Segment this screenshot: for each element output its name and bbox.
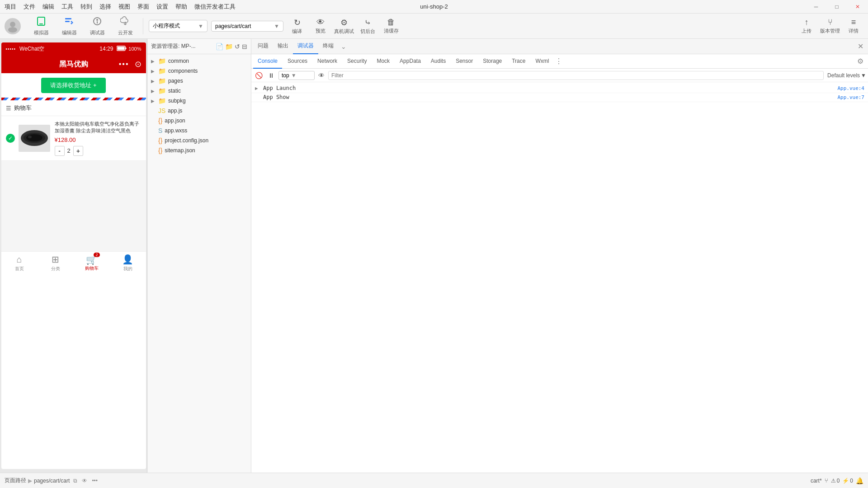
minimize-button[interactable]: ─ [806,0,826,14]
subtab-security[interactable]: Security [343,54,371,69]
collapse-icon[interactable]: ⊟ [242,43,247,50]
folder-pages[interactable]: ▶ 📁 pages [147,76,251,86]
more-status-icon[interactable]: ••• [92,478,98,484]
subtab-sources[interactable]: Sources [283,54,312,69]
folder-static[interactable]: ▶ 📁 static [147,86,251,96]
folder-arrow: ▶ [151,99,156,103]
cart-header: ☰ 购物车 [1,100,146,116]
subtab-wxml[interactable]: Wxml [531,54,553,69]
notification-icon[interactable]: 🔔 [856,477,863,484]
menu-bar: 项目 文件 编辑 工具 转到 选择 视图 界面 设置 帮助 微信开发者工具 un… [0,0,868,14]
simulator-button[interactable]: 模拟器 [29,15,53,37]
close-button[interactable]: ✕ [847,0,868,14]
menu-item-goto[interactable]: 转到 [80,3,92,11]
nav-category[interactable]: ⊞ 分类 [38,252,74,275]
subtab-sensor[interactable]: Sensor [451,54,477,69]
folder-label-pages: pages [168,78,183,84]
compile-button[interactable]: ↻ 编译 [287,15,307,37]
file-appjson[interactable]: ▶ {} app.json [147,116,251,126]
mode-selector[interactable]: 小程序模式 ▼ [149,20,208,32]
cloud-button[interactable]: 云开发 [113,15,137,37]
subtab-console[interactable]: Console [253,54,282,69]
eye-icon[interactable]: 👁 [316,72,326,79]
qty-decrease-button[interactable]: - [55,146,65,156]
menu-item-help[interactable]: 帮助 [175,3,187,11]
menu-item-file[interactable]: 文件 [24,3,35,11]
new-folder-icon[interactable]: 📁 [225,43,233,50]
menu-item-tools[interactable]: 工具 [61,3,73,11]
clear-cache-button[interactable]: 🗑 清缓存 [381,15,401,37]
path-selector[interactable]: pages/cart/cart ▼ [211,21,283,32]
maximize-button[interactable]: □ [826,0,847,14]
upload-button[interactable]: ↑ 上传 [797,15,816,37]
entry-location[interactable]: App.vue:7 [837,94,864,100]
path-dropdown-icon: ▼ [274,23,279,29]
svg-rect-13 [118,47,125,50]
subtab-network[interactable]: Network [313,54,342,69]
file-sitemap[interactable]: ▶ {} sitemap.json [147,145,251,155]
filter-input[interactable] [328,71,824,80]
menu-item-interface[interactable]: 界面 [137,3,149,11]
avatar[interactable] [5,18,21,34]
clear-console-icon[interactable]: 🚫 [253,70,264,81]
pause-on-exception-icon[interactable]: ⏸ [266,70,277,81]
folder-common[interactable]: ▶ 📁 common [147,56,251,66]
qty-increase-button[interactable]: + [73,146,83,156]
refresh-icon[interactable]: ↺ [235,43,240,50]
close-devtools-icon[interactable]: ✕ [855,42,866,51]
tab-output[interactable]: 输出 [273,39,293,54]
menu-dots-icon[interactable]: ••• [119,60,129,68]
folder-components[interactable]: ▶ 📁 components [147,66,251,76]
debugger-button[interactable]: 调试器 [85,15,109,37]
home-nav-icon: ⌂ [16,254,22,265]
expand-icon[interactable]: ⌄ [338,43,349,50]
file-appjs[interactable]: ▶ JS app.js [147,106,251,116]
subtab-storage[interactable]: Storage [478,54,506,69]
nav-cart[interactable]: 🛒 2 购物车 [74,252,110,275]
editor-button[interactable]: 编辑器 [57,15,81,37]
file-appwxss[interactable]: ▶ S app.wxss [147,126,251,136]
tab-issues[interactable]: 问题 [253,39,273,54]
subtab-trace[interactable]: Trace [507,54,530,69]
subtab-appdata[interactable]: AppData [395,54,425,69]
json-file-icon: {} [158,117,162,124]
status-bar: 页面路径 ▶ pages/cart/cart ⧉ 👁 ••• cart* ⑂ ⚠… [0,473,868,488]
context-selector[interactable]: top ▼ [278,71,315,80]
nav-profile[interactable]: 👤 我的 [110,252,146,275]
entry-expand-icon[interactable]: ▶ [255,85,261,91]
item-checkbox[interactable]: ✓ [6,134,15,143]
copy-path-icon[interactable]: ⧉ [73,478,77,484]
menu-item-settings[interactable]: 设置 [156,3,168,11]
nav-home[interactable]: ⌂ 首页 [1,252,38,275]
menu-item-project[interactable]: 项目 [5,3,16,11]
tab-terminal[interactable]: 终端 [318,39,338,54]
phone-title-bar: 黑马优购 ••• ⊙ [1,55,146,73]
menu-item-select[interactable]: 选择 [99,3,111,11]
camera-icon[interactable]: ⊙ [135,59,142,69]
address-button[interactable]: 请选择收货地址 + [41,78,105,93]
real-device-button[interactable]: ⚙ 真机调试 [334,15,354,37]
product-oval [21,130,48,146]
version-button[interactable]: ⑂ 版本管理 [820,15,840,37]
menu-item-view[interactable]: 视图 [118,3,130,11]
entry-location[interactable]: App.vue:4 [837,85,864,91]
new-file-icon[interactable]: 📄 [216,43,223,50]
file-projectconfig[interactable]: ▶ {} project.config.json [147,136,251,145]
folder-label-components: components [168,68,198,74]
eye-status-icon[interactable]: 👁 [82,478,87,484]
subtab-audits[interactable]: Audits [426,54,450,69]
devtools-settings-icon[interactable]: ⚙ [854,57,866,66]
cut-back-button[interactable]: ⤷ 切后台 [358,15,377,37]
git-icon[interactable]: ⑂ [825,477,828,484]
preview-button[interactable]: 👁 预览 [311,15,330,37]
version-icon: ⑂ [828,18,833,27]
tab-debugger[interactable]: 调试器 [293,39,318,54]
menu-item-wechat[interactable]: 微信开发者工具 [194,3,236,11]
folder-subpkg[interactable]: ▶ 📁 subpkg [147,96,251,106]
menu-item-edit[interactable]: 编辑 [42,3,54,11]
details-button[interactable]: ≡ 详情 [844,15,863,37]
subtab-mock[interactable]: Mock [372,54,394,69]
more-tabs-icon[interactable]: ⋮ [555,57,562,66]
default-levels-selector[interactable]: Default levels ▼ [827,72,866,79]
path-label[interactable]: 页面路径 [5,477,26,484]
